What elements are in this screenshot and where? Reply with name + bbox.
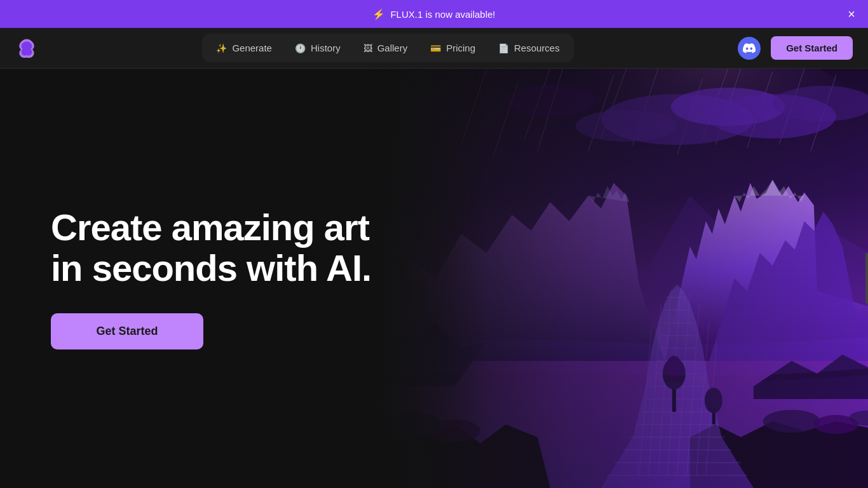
hero-get-started-button[interactable]: Get Started [51, 313, 203, 349]
nav-link-history-label: History [311, 43, 341, 53]
hero-image-section [360, 69, 868, 488]
close-banner-button[interactable]: × [848, 8, 855, 20]
nav-link-gallery[interactable]: 🖼 Gallery [353, 37, 418, 58]
announcement-text: FLUX.1 is now available! [390, 9, 495, 20]
hero-title-line1: Create amazing art [51, 207, 369, 248]
nav-link-generate[interactable]: ✨ Generate [206, 37, 282, 58]
discord-button[interactable] [738, 37, 761, 60]
navbar: ✨ Generate 🕐 History 🖼 Gallery 💳 Pricing… [0, 28, 868, 69]
nav-get-started-button[interactable]: Get Started [771, 36, 853, 60]
page-scrollbar[interactable] [865, 253, 868, 304]
main-content: Create amazing art in seconds with AI. G… [0, 69, 868, 488]
lightning-icon: ⚡ [372, 8, 385, 20]
hero-title-line2: in seconds with AI. [51, 247, 371, 288]
nav-link-pricing-label: Pricing [446, 43, 475, 53]
gallery-icon: 🖼 [363, 43, 372, 53]
nav-link-gallery-label: Gallery [377, 43, 408, 53]
nav-link-pricing[interactable]: 💳 Pricing [420, 37, 485, 58]
logo[interactable] [15, 37, 38, 60]
history-icon: 🕐 [295, 43, 306, 53]
hero-image-container [360, 69, 868, 488]
pricing-icon: 💳 [430, 43, 441, 53]
hero-section: Create amazing art in seconds with AI. G… [0, 69, 434, 488]
hero-title: Create amazing art in seconds with AI. [51, 207, 383, 288]
nav-right: Get Started [738, 36, 853, 60]
nav-link-generate-label: Generate [232, 43, 272, 53]
nav-link-history[interactable]: 🕐 History [285, 37, 351, 58]
nav-link-resources[interactable]: 📄 Resources [488, 37, 570, 58]
nav-link-resources-label: Resources [514, 43, 560, 53]
generate-icon: ✨ [216, 43, 227, 53]
nav-links: ✨ Generate 🕐 History 🖼 Gallery 💳 Pricing… [202, 34, 573, 62]
resources-icon: 📄 [498, 43, 509, 53]
announcement-banner: ⚡ FLUX.1 is now available! × [0, 0, 868, 28]
